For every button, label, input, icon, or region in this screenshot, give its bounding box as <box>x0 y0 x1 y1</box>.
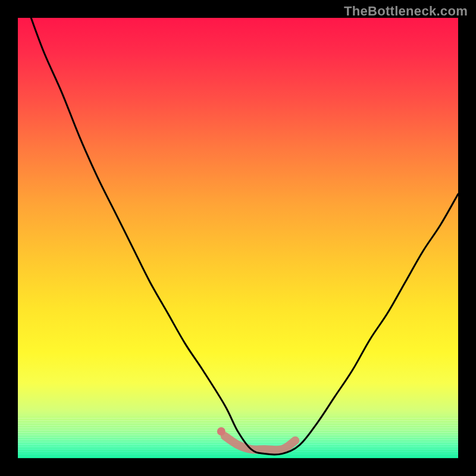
bottleneck-curve <box>31 18 458 455</box>
fuzzy-start-dot <box>217 427 226 436</box>
chart-svg <box>18 18 458 458</box>
watermark-text: TheBottleneck.com <box>344 4 468 19</box>
chart-frame <box>18 18 458 458</box>
fuzzy-curve <box>225 436 295 450</box>
